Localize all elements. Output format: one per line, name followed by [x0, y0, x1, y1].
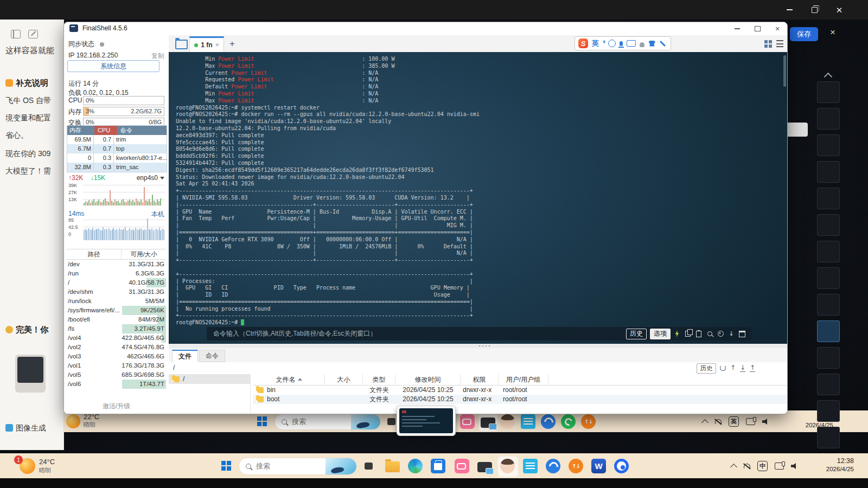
microphone-icon[interactable] — [620, 41, 623, 46]
fs-close-button[interactable]: × — [769, 23, 786, 34]
disk-row[interactable]: /vol5685.9G/698.5G — [67, 370, 166, 380]
paste-icon[interactable] — [695, 330, 702, 338]
strip-thumbnail[interactable] — [817, 81, 840, 103]
outer-clock[interactable]: 12:38 2026/4/25 — [806, 457, 854, 473]
disk-row[interactable]: /dev31.3G/31.3G — [67, 260, 166, 269]
menu-icon[interactable] — [776, 40, 783, 47]
system-info-button[interactable]: 系统信息 — [67, 60, 159, 72]
disk-row[interactable]: /vol4422.8G/465.6G — [67, 333, 166, 343]
process-table-header[interactable]: 内存 CPU 命令 — [67, 126, 167, 135]
do-not-disturb-icon[interactable] — [743, 463, 750, 470]
browser-icon[interactable] — [546, 459, 560, 473]
strip-thumbnail[interactable] — [817, 241, 840, 262]
close-button[interactable]: ✕ — [830, 4, 848, 15]
path-history-button[interactable]: 历史 — [697, 363, 716, 374]
minimize-button[interactable] — [780, 4, 799, 15]
notepad-icon[interactable] — [521, 414, 535, 429]
col-owner[interactable]: 用户/用户组 — [499, 374, 548, 385]
microsoft-store-icon[interactable] — [431, 459, 445, 473]
emoji-icon[interactable] — [608, 40, 616, 47]
remote-desktop-icon[interactable] — [477, 462, 492, 472]
volume-icon[interactable] — [791, 463, 797, 470]
fs-maximize-button[interactable] — [749, 23, 765, 34]
col-filename[interactable]: 文件名 — [253, 374, 325, 385]
up-directory-icon[interactable]: ↑ — [729, 364, 737, 371]
file-row[interactable]: bin文件夹2026/04/25 10:25drwxr-xr-xroot/roo… — [253, 386, 787, 395]
tab-files[interactable]: 文件 — [172, 350, 198, 362]
punctuation-toggle[interactable]: ’’ — [603, 39, 604, 48]
col-perm[interactable]: 权限 — [461, 374, 499, 385]
command-input-bar[interactable]: 命令输入（Ctrl切换,Alt历史,Tab路径/命令,Esc关闭窗口） 历史 选… — [207, 327, 752, 341]
notepad-icon[interactable] — [523, 459, 538, 473]
search-highlights-image[interactable] — [326, 458, 356, 474]
disk-row[interactable]: /boot/efi84M/92M — [67, 315, 166, 324]
panel-splitter[interactable] — [169, 344, 787, 348]
settings-gear-icon[interactable] — [717, 330, 724, 338]
start-button-icon[interactable] — [257, 416, 261, 421]
disk-row[interactable]: /40.1G/58.7G — [67, 278, 166, 287]
weather-desc[interactable]: 晴朗 — [84, 421, 95, 428]
blue-circle-app-icon[interactable] — [614, 459, 629, 473]
search-box[interactable]: 搜索 — [239, 458, 357, 475]
strip-thumbnail[interactable] — [817, 347, 840, 369]
run-icon[interactable] — [674, 330, 680, 338]
strip-thumbnail[interactable] — [817, 214, 840, 236]
weather-temp[interactable]: 24°C — [39, 458, 55, 466]
chat-image-thumbnail[interactable] — [15, 355, 46, 393]
volume-icon[interactable] — [762, 419, 769, 425]
weather-temp[interactable]: 22°C — [84, 413, 99, 421]
browser-icon[interactable] — [541, 414, 556, 429]
col-type[interactable]: 类型 — [363, 374, 395, 385]
disk-row[interactable]: /dev/shm31.3G/31.3G — [67, 287, 166, 297]
fs-minimize-button[interactable] — [729, 23, 745, 34]
weather-desc[interactable]: 晴朗 — [39, 467, 51, 474]
process-row[interactable]: 69.5M0.7trim — [67, 135, 167, 144]
taskbar-preview-thumbnail[interactable] — [397, 406, 456, 436]
do-not-disturb-icon[interactable] — [714, 418, 722, 425]
disk-table-header[interactable]: 路径 可用/大小 — [67, 249, 166, 260]
options-button[interactable]: 选项 — [650, 329, 671, 339]
terminal-tab[interactable]: 1 fn × — [189, 36, 224, 52]
avatar-app-icon[interactable] — [500, 414, 515, 429]
task-view-icon[interactable] — [365, 463, 373, 470]
tree-root-item[interactable]: / — [169, 374, 250, 384]
avatar-app-icon[interactable] — [500, 459, 515, 473]
cast-icon[interactable] — [746, 418, 755, 425]
new-tab-button[interactable]: + — [229, 38, 235, 49]
activate-upgrade-link[interactable]: 激活/升级 — [64, 402, 169, 411]
ime-indicator[interactable]: 中 — [757, 461, 768, 471]
edge-browser-icon[interactable] — [408, 459, 423, 473]
skin-icon[interactable] — [648, 41, 655, 47]
background-close-icon[interactable]: × — [830, 27, 835, 38]
search-icon[interactable] — [706, 330, 713, 338]
strip-thumbnail[interactable] — [817, 161, 840, 183]
outer-window-titlebar[interactable]: ✕ — [0, 0, 868, 20]
strip-thumbnail[interactable] — [817, 294, 840, 316]
strip-thumbnail[interactable] — [817, 108, 840, 130]
interface-select[interactable]: enp4s0 — [137, 174, 164, 182]
file-explorer-icon[interactable] — [385, 461, 400, 472]
weather-sun-icon[interactable] — [66, 414, 80, 428]
process-row[interactable]: 00.3kworker/u80:17-e... — [67, 153, 167, 163]
download-icon[interactable]: ↓ — [738, 364, 747, 371]
strip-thumbnail[interactable] — [817, 267, 840, 289]
copy-ip-button[interactable]: 复制 — [151, 52, 164, 61]
sync-app-icon[interactable]: ↑↓ — [581, 414, 596, 429]
path-bar[interactable]: / 历史 ↑ ↓ ↑ — [169, 362, 787, 375]
file-row[interactable]: boot文件夹2026/04/25 10:25drwxr-xr-xroot/ro… — [253, 395, 787, 404]
ime-lang-toggle[interactable]: 英 — [592, 38, 599, 48]
disk-row[interactable]: /run6.3G/6.3G — [67, 269, 166, 278]
sidebar-toggle-icon[interactable] — [11, 30, 21, 38]
tab-close-icon[interactable]: × — [215, 41, 219, 49]
cast-icon[interactable] — [775, 463, 784, 470]
disk-row[interactable]: /sys/firmware/efi/...9K/256K — [67, 306, 166, 315]
strip-thumbnail[interactable] — [817, 320, 840, 342]
terminal-screen[interactable]: Min Power Limit : 100.00 W Max Power Lim… — [169, 52, 787, 344]
process-row[interactable]: 6.7M0.7top — [67, 144, 167, 153]
finalshell-titlebar[interactable]: FinalShell 4.5.6 × — [64, 22, 787, 35]
terminal-scrollbar[interactable] — [783, 55, 786, 87]
col-mtime[interactable]: 修改时间 — [395, 374, 461, 385]
open-folder-icon[interactable] — [175, 40, 188, 49]
account-icon[interactable] — [640, 42, 644, 47]
strip-thumbnail[interactable] — [817, 134, 840, 156]
